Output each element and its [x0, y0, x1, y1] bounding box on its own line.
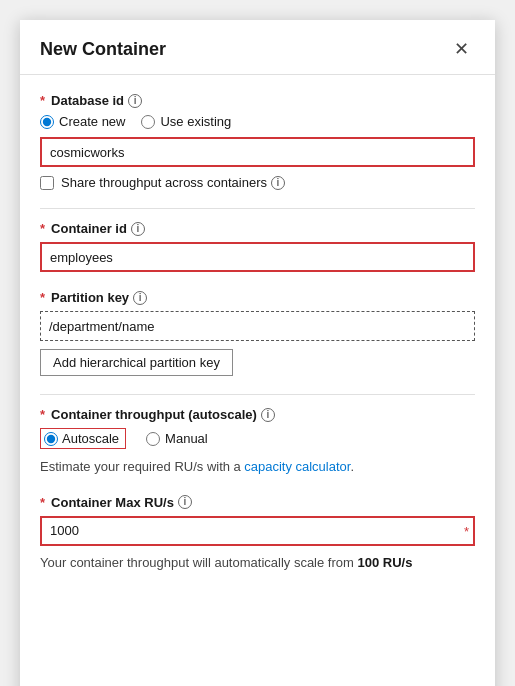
- dialog-body: * Database id i Create new Use existing …: [20, 75, 495, 608]
- max-ru-input-wrap: *: [40, 516, 475, 546]
- new-container-dialog: New Container ✕ * Database id i Create n…: [20, 20, 495, 686]
- required-star-db: *: [40, 93, 45, 108]
- container-id-input[interactable]: [40, 242, 475, 272]
- max-ru-label: * Container Max RU/s i: [40, 495, 475, 510]
- share-throughput-checkbox[interactable]: [40, 176, 54, 190]
- max-ru-input[interactable]: [40, 516, 475, 546]
- share-throughput-label: Share throughput across containers i: [61, 175, 285, 190]
- required-star-container: *: [40, 221, 45, 236]
- database-id-label: * Database id i: [40, 93, 475, 108]
- database-id-input[interactable]: [40, 137, 475, 167]
- estimate-text: Estimate your required RU/s with a capac…: [40, 457, 475, 477]
- database-id-group: * Database id i Create new Use existing …: [40, 93, 475, 190]
- create-new-radio-item[interactable]: Create new: [40, 114, 125, 129]
- capacity-calculator-link[interactable]: capacity calculator: [244, 459, 350, 474]
- autoscale-radio[interactable]: [44, 432, 58, 446]
- manual-radio[interactable]: [146, 432, 160, 446]
- throughput-radio-group: Autoscale Manual: [40, 428, 475, 449]
- required-star-partition: *: [40, 290, 45, 305]
- throughput-info-icon[interactable]: i: [261, 408, 275, 422]
- manual-radio-item[interactable]: Manual: [146, 431, 208, 446]
- create-new-label: Create new: [59, 114, 125, 129]
- manual-label: Manual: [165, 431, 208, 446]
- container-id-info-icon[interactable]: i: [131, 222, 145, 236]
- scale-note: Your container throughput will automatic…: [40, 553, 475, 573]
- required-star-throughput: *: [40, 407, 45, 422]
- container-id-label: * Container id i: [40, 221, 475, 236]
- close-button[interactable]: ✕: [448, 38, 475, 60]
- create-new-radio[interactable]: [40, 115, 54, 129]
- dialog-title: New Container: [40, 39, 166, 60]
- dialog-header: New Container ✕: [20, 20, 495, 75]
- throughput-label: * Container throughput (autoscale) i: [40, 407, 475, 422]
- partition-key-input[interactable]: [40, 311, 475, 341]
- required-star-ru: *: [40, 495, 45, 510]
- max-ru-info-icon[interactable]: i: [178, 495, 192, 509]
- autoscale-radio-item[interactable]: Autoscale: [40, 428, 126, 449]
- throughput-group: * Container throughput (autoscale) i Aut…: [40, 407, 475, 477]
- database-id-radio-group: Create new Use existing: [40, 114, 475, 129]
- divider-1: [40, 208, 475, 209]
- share-throughput-info-icon[interactable]: i: [271, 176, 285, 190]
- use-existing-label: Use existing: [160, 114, 231, 129]
- container-id-group: * Container id i: [40, 221, 475, 272]
- partition-key-group: * Partition key i Add hierarchical parti…: [40, 290, 475, 376]
- divider-2: [40, 394, 475, 395]
- autoscale-label: Autoscale: [62, 431, 119, 446]
- use-existing-radio-item[interactable]: Use existing: [141, 114, 231, 129]
- share-throughput-row: Share throughput across containers i: [40, 175, 475, 190]
- max-ru-required-star: *: [464, 523, 469, 538]
- database-id-info-icon[interactable]: i: [128, 94, 142, 108]
- partition-key-info-icon[interactable]: i: [133, 291, 147, 305]
- add-hierarchical-btn[interactable]: Add hierarchical partition key: [40, 349, 233, 376]
- partition-key-label: * Partition key i: [40, 290, 475, 305]
- use-existing-radio[interactable]: [141, 115, 155, 129]
- max-ru-group: * Container Max RU/s i * Your container …: [40, 495, 475, 573]
